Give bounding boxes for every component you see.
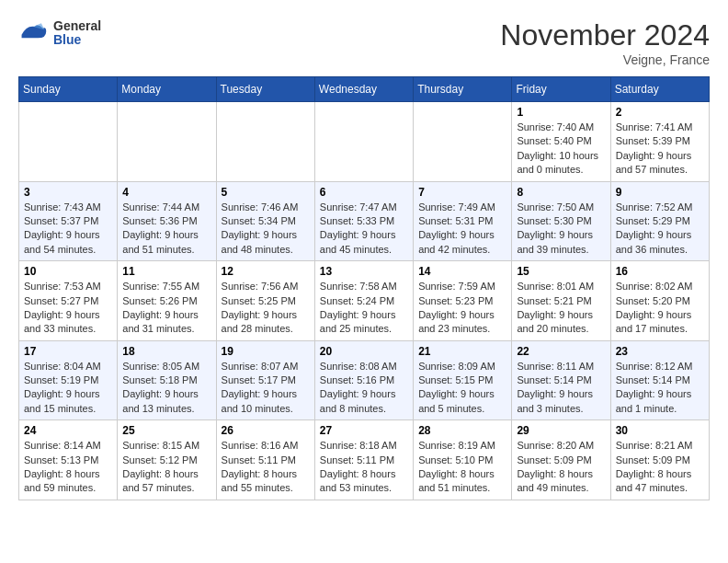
day-info: Sunrise: 8:16 AMSunset: 5:11 PMDaylight:… [222,439,310,496]
day-number: 17 [24,345,112,358]
day-number: 12 [222,265,310,278]
day-number: 30 [616,424,704,437]
calendar-cell: 12Sunrise: 7:56 AMSunset: 5:25 PMDayligh… [216,261,314,341]
weekday-header: Wednesday [314,77,413,102]
calendar-week-row: 1Sunrise: 7:40 AMSunset: 5:40 PMDaylight… [19,102,710,182]
calendar-cell: 17Sunrise: 8:04 AMSunset: 5:19 PMDayligh… [19,340,118,420]
logo-icon [18,18,48,48]
calendar-week-row: 10Sunrise: 7:53 AMSunset: 5:27 PMDayligh… [19,261,710,341]
day-number: 18 [122,345,210,358]
day-info: Sunrise: 7:52 AMSunset: 5:29 PMDaylight:… [616,201,704,258]
day-number: 26 [222,424,310,437]
calendar-cell: 14Sunrise: 7:59 AMSunset: 5:23 PMDayligh… [414,261,512,341]
logo-general: General [53,19,101,33]
day-info: Sunrise: 7:46 AMSunset: 5:34 PMDaylight:… [222,201,310,258]
calendar-cell: 18Sunrise: 8:05 AMSunset: 5:18 PMDayligh… [118,340,216,420]
day-info: Sunrise: 8:12 AMSunset: 5:14 PMDaylight:… [616,360,704,417]
day-info: Sunrise: 7:55 AMSunset: 5:26 PMDaylight:… [122,280,210,337]
calendar-week-row: 24Sunrise: 8:14 AMSunset: 5:13 PMDayligh… [19,420,710,500]
weekday-row: SundayMondayTuesdayWednesdayThursdayFrid… [19,77,710,102]
calendar-cell: 2Sunrise: 7:41 AMSunset: 5:39 PMDaylight… [610,102,709,182]
day-number: 19 [222,345,310,358]
calendar-cell [414,102,512,182]
day-number: 2 [616,106,704,119]
calendar-cell: 29Sunrise: 8:20 AMSunset: 5:09 PMDayligh… [512,420,610,500]
day-info: Sunrise: 7:58 AMSunset: 5:24 PMDaylight:… [320,280,408,337]
weekday-header: Saturday [610,77,709,102]
day-number: 8 [517,186,605,199]
calendar-cell: 9Sunrise: 7:52 AMSunset: 5:29 PMDaylight… [610,181,709,261]
day-number: 25 [122,424,210,437]
calendar-cell: 16Sunrise: 8:02 AMSunset: 5:20 PMDayligh… [610,261,709,341]
day-info: Sunrise: 8:11 AMSunset: 5:14 PMDaylight:… [517,360,605,417]
calendar-week-row: 3Sunrise: 7:43 AMSunset: 5:37 PMDaylight… [19,181,710,261]
day-number: 14 [418,265,506,278]
day-info: Sunrise: 7:44 AMSunset: 5:36 PMDaylight:… [122,201,210,258]
calendar-cell [118,102,216,182]
day-number: 9 [616,186,704,199]
page-header: General Blue November 2024 Veigne, Franc… [18,18,710,67]
day-info: Sunrise: 7:50 AMSunset: 5:30 PMDaylight:… [517,201,605,258]
location: Veigne, France [500,52,710,67]
day-info: Sunrise: 8:07 AMSunset: 5:17 PMDaylight:… [222,360,310,417]
day-number: 13 [320,265,408,278]
calendar-cell: 10Sunrise: 7:53 AMSunset: 5:27 PMDayligh… [19,261,118,341]
day-info: Sunrise: 8:21 AMSunset: 5:09 PMDaylight:… [616,439,704,496]
day-number: 1 [517,106,605,119]
day-info: Sunrise: 7:56 AMSunset: 5:25 PMDaylight:… [222,280,310,337]
day-info: Sunrise: 8:19 AMSunset: 5:10 PMDaylight:… [418,439,506,496]
calendar-cell: 3Sunrise: 7:43 AMSunset: 5:37 PMDaylight… [19,181,118,261]
weekday-header: Tuesday [216,77,314,102]
day-info: Sunrise: 8:04 AMSunset: 5:19 PMDaylight:… [24,360,112,417]
calendar-cell: 7Sunrise: 7:49 AMSunset: 5:31 PMDaylight… [414,181,512,261]
calendar-cell: 20Sunrise: 8:08 AMSunset: 5:16 PMDayligh… [314,340,413,420]
day-number: 27 [320,424,408,437]
day-info: Sunrise: 7:53 AMSunset: 5:27 PMDaylight:… [24,280,112,337]
day-number: 10 [24,265,112,278]
day-info: Sunrise: 8:05 AMSunset: 5:18 PMDaylight:… [122,360,210,417]
day-number: 15 [517,265,605,278]
calendar-cell: 26Sunrise: 8:16 AMSunset: 5:11 PMDayligh… [216,420,314,500]
day-number: 6 [320,186,408,199]
logo: General Blue [18,18,101,48]
calendar-cell: 19Sunrise: 8:07 AMSunset: 5:17 PMDayligh… [216,340,314,420]
day-info: Sunrise: 8:18 AMSunset: 5:11 PMDaylight:… [320,439,408,496]
day-info: Sunrise: 8:08 AMSunset: 5:16 PMDaylight:… [320,360,408,417]
day-number: 28 [418,424,506,437]
day-number: 5 [222,186,310,199]
day-number: 3 [24,186,112,199]
day-number: 29 [517,424,605,437]
calendar-cell: 28Sunrise: 8:19 AMSunset: 5:10 PMDayligh… [414,420,512,500]
day-info: Sunrise: 8:09 AMSunset: 5:15 PMDaylight:… [418,360,506,417]
calendar-header: SundayMondayTuesdayWednesdayThursdayFrid… [19,77,710,102]
calendar-cell: 21Sunrise: 8:09 AMSunset: 5:15 PMDayligh… [414,340,512,420]
calendar-cell: 25Sunrise: 8:15 AMSunset: 5:12 PMDayligh… [118,420,216,500]
day-number: 20 [320,345,408,358]
day-number: 7 [418,186,506,199]
logo-text: General Blue [53,19,101,48]
day-number: 11 [122,265,210,278]
calendar-cell: 13Sunrise: 7:58 AMSunset: 5:24 PMDayligh… [314,261,413,341]
logo-blue: Blue [53,33,101,47]
calendar-cell [216,102,314,182]
weekday-header: Thursday [414,77,512,102]
calendar-cell: 24Sunrise: 8:14 AMSunset: 5:13 PMDayligh… [19,420,118,500]
weekday-header: Monday [118,77,216,102]
day-info: Sunrise: 8:15 AMSunset: 5:12 PMDaylight:… [122,439,210,496]
month-title: November 2024 [500,18,710,52]
calendar-cell: 30Sunrise: 8:21 AMSunset: 5:09 PMDayligh… [610,420,709,500]
calendar-cell: 5Sunrise: 7:46 AMSunset: 5:34 PMDaylight… [216,181,314,261]
day-info: Sunrise: 7:59 AMSunset: 5:23 PMDaylight:… [418,280,506,337]
day-info: Sunrise: 8:14 AMSunset: 5:13 PMDaylight:… [24,439,112,496]
calendar-cell: 27Sunrise: 8:18 AMSunset: 5:11 PMDayligh… [314,420,413,500]
calendar-table: SundayMondayTuesdayWednesdayThursdayFrid… [18,76,710,500]
day-number: 21 [418,345,506,358]
day-number: 23 [616,345,704,358]
calendar-body: 1Sunrise: 7:40 AMSunset: 5:40 PMDaylight… [19,102,710,500]
day-number: 24 [24,424,112,437]
weekday-header: Friday [512,77,610,102]
day-number: 4 [122,186,210,199]
day-info: Sunrise: 7:49 AMSunset: 5:31 PMDaylight:… [418,201,506,258]
calendar-cell [314,102,413,182]
calendar-cell: 8Sunrise: 7:50 AMSunset: 5:30 PMDaylight… [512,181,610,261]
